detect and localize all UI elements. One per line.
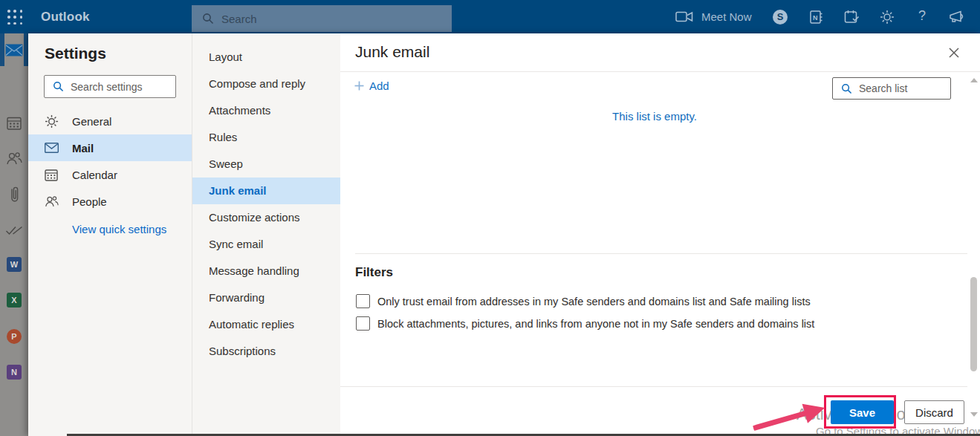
help-icon[interactable]: ? [918, 8, 926, 24]
gear-icon [45, 114, 59, 128]
notebook-icon[interactable]: N [807, 0, 823, 33]
checkbox-label: Block attachments, pictures, and links f… [377, 318, 814, 330]
outlook-settings-window: Outlook Search Meet Now S N ? [0, 0, 980, 436]
rail-onenote-icon[interactable]: N [0, 357, 28, 387]
search-icon [841, 83, 852, 94]
scroll-down-arrow[interactable] [970, 412, 978, 417]
app-launcher-icon[interactable] [7, 10, 23, 25]
rail-todo-icon[interactable] [0, 219, 28, 241]
skype-icon[interactable]: S [773, 10, 788, 25]
rail-attachments-icon[interactable] [0, 183, 28, 206]
mail-nav-rules[interactable]: Rules [192, 124, 341, 151]
tasks-calendar-check-icon[interactable] [843, 0, 860, 33]
app-rail: W X P N [0, 33, 28, 436]
footer-divider [340, 386, 980, 387]
mail-nav-compose-and-reply[interactable]: Compose and reply [192, 71, 341, 97]
settings-nav-mail[interactable]: Mail [28, 134, 192, 161]
header-search-placeholder: Search [221, 13, 257, 25]
checkbox-label: Only trust email from addresses in my Sa… [377, 296, 811, 308]
settings-title: Settings [45, 45, 106, 62]
powerpoint-letter: P [7, 329, 22, 344]
settings-search-input[interactable]: Search settings [44, 75, 176, 98]
onenote-letter: N [7, 365, 22, 380]
scroll-up-arrow[interactable] [970, 78, 978, 82]
mail-nav-forwarding[interactable]: Forwarding [192, 284, 341, 311]
search-icon [53, 81, 64, 92]
save-button[interactable]: Save [831, 400, 894, 424]
filter-option-row: Block attachments, pictures, and links f… [356, 316, 958, 331]
search-list-input[interactable]: Search list [832, 77, 951, 100]
megaphone-feedback-icon[interactable] [948, 0, 967, 33]
panel-scrollbar[interactable] [967, 72, 980, 436]
plus-icon [354, 81, 364, 91]
mail-nav-automatic-replies[interactable]: Automatic replies [192, 311, 341, 338]
mail-settings-nav: Layout Compose and reply Attachments Rul… [192, 33, 340, 436]
empty-list-message: This list is empty. [340, 110, 969, 123]
title-divider [340, 71, 980, 72]
mail-nav-junk-email[interactable]: Junk email [192, 178, 341, 204]
mail-nav-customize-actions[interactable]: Customize actions [192, 204, 341, 231]
search-icon [202, 13, 214, 25]
rail-powerpoint-icon[interactable]: P [0, 322, 28, 351]
mail-nav-sync-email[interactable]: Sync email [192, 231, 341, 258]
meet-now-camera-icon[interactable] [675, 0, 694, 33]
envelope-icon [45, 143, 59, 153]
panel-title: Junk email [355, 43, 429, 61]
settings-modal: Settings Search settings General Mail [28, 33, 980, 436]
settings-nav-general[interactable]: General [28, 108, 192, 134]
excel-letter: X [7, 293, 22, 308]
app-title[interactable]: Outlook [41, 10, 90, 25]
suite-header: Outlook Search Meet Now S N ? [0, 0, 980, 33]
view-quick-settings-link[interactable]: View quick settings [72, 223, 166, 235]
word-letter: W [7, 257, 22, 272]
settings-nav: Settings Search settings General Mail [28, 33, 192, 436]
rail-word-icon[interactable]: W [0, 250, 28, 279]
settings-search-placeholder: Search settings [71, 81, 143, 93]
settings-nav-calendar[interactable]: Calendar [28, 161, 192, 188]
settings-nav-people[interactable]: People [28, 188, 192, 215]
filter-option-row: Only trust email from addresses in my Sa… [356, 294, 958, 308]
rail-mail-icon[interactable] [0, 33, 28, 66]
rail-calendar-icon[interactable] [0, 111, 28, 134]
meet-now-button[interactable]: Meet Now [701, 10, 752, 23]
filters-heading: Filters [355, 265, 393, 280]
rail-excel-icon[interactable]: X [0, 285, 28, 315]
mail-nav-subscriptions[interactable]: Subscriptions [192, 338, 341, 365]
mail-nav-sweep[interactable]: Sweep [192, 151, 341, 178]
people-icon [45, 195, 59, 207]
mail-nav-layout[interactable]: Layout [192, 44, 341, 71]
discard-button[interactable]: Discard [904, 400, 964, 424]
search-list-placeholder: Search list [859, 82, 907, 94]
svg-text:N: N [813, 14, 818, 22]
mail-nav-message-handling[interactable]: Message handling [192, 258, 341, 284]
gear-icon[interactable] [879, 0, 895, 33]
safe-senders-checkbox[interactable] [356, 294, 370, 308]
junk-email-panel: Junk email Add Search list This list is … [340, 33, 980, 436]
calendar-icon [45, 169, 59, 181]
close-icon[interactable] [948, 47, 960, 59]
add-button[interactable]: Add [354, 79, 389, 92]
block-attachments-checkbox[interactable] [356, 316, 370, 331]
header-search-input[interactable]: Search [192, 5, 452, 32]
mail-nav-attachments[interactable]: Attachments [192, 97, 341, 124]
scrollbar-thumb[interactable] [970, 277, 977, 371]
filters-divider [355, 253, 967, 254]
rail-people-icon[interactable] [0, 147, 28, 169]
